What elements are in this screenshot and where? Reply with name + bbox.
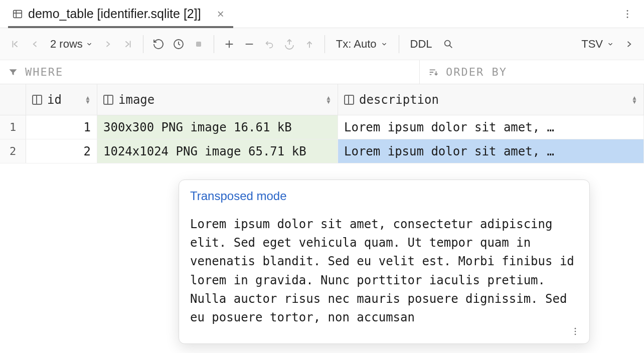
editor-tab[interactable]: demo_table [identifier.sqlite [2]] × xyxy=(8,0,233,28)
row-count-label: 2 rows xyxy=(50,38,83,51)
orderby-clause-input[interactable]: ORDER BY xyxy=(419,60,644,84)
orderby-label: ORDER BY xyxy=(446,66,507,78)
prev-page-button[interactable] xyxy=(26,35,44,53)
tx-mode-label: Tx: Auto xyxy=(336,38,377,51)
next-page-button[interactable] xyxy=(99,35,117,53)
first-page-button[interactable] xyxy=(6,35,24,53)
grid-corner[interactable] xyxy=(0,84,26,115)
close-icon[interactable]: × xyxy=(217,7,224,21)
row-count-dropdown[interactable]: 2 rows xyxy=(46,35,97,53)
cell-id[interactable]: 2 xyxy=(26,139,97,163)
add-row-button[interactable] xyxy=(220,35,238,53)
commit-button[interactable] xyxy=(300,35,318,53)
cell-image[interactable]: 1024x1024 PNG image 65.71 kB xyxy=(97,139,338,163)
cell-description[interactable]: Lorem ipsum dolor sit amet, … xyxy=(338,115,644,139)
more-icon[interactable] xyxy=(570,326,580,336)
svg-rect-5 xyxy=(196,42,201,47)
svg-point-2 xyxy=(627,13,628,15)
search-button[interactable] xyxy=(439,35,457,53)
chevron-down-icon xyxy=(381,41,388,48)
filter-bar: WHERE ORDER BY xyxy=(0,60,644,84)
svg-point-6 xyxy=(444,40,450,46)
popup-body-text: Lorem ipsum dolor sit amet, consectetur … xyxy=(190,215,578,327)
last-page-button[interactable] xyxy=(119,35,137,53)
more-icon[interactable] xyxy=(622,9,633,20)
reload-button[interactable] xyxy=(149,35,168,53)
editor-tabbar: demo_table [identifier.sqlite [2]] × xyxy=(0,0,644,28)
ddl-label: DDL xyxy=(410,38,432,51)
tx-mode-dropdown[interactable]: Tx: Auto xyxy=(331,35,393,53)
tab-title: demo_table [identifier.sqlite [2]] xyxy=(28,7,201,21)
stop-button[interactable] xyxy=(190,35,208,53)
table-row: 1 1 300x300 PNG image 16.61 kB Lorem ips… xyxy=(0,115,644,139)
transposed-mode-link[interactable]: Transposed mode xyxy=(190,189,578,203)
table-icon xyxy=(12,9,23,20)
sort-indicator-icon: ▲▼ xyxy=(326,96,332,104)
expand-button[interactable] xyxy=(620,35,638,53)
column-icon xyxy=(344,95,354,105)
column-label: description xyxy=(359,93,439,107)
row-number[interactable]: 1 xyxy=(0,115,26,139)
cell-description[interactable]: Lorem ipsum dolor sit amet, … xyxy=(338,139,644,163)
sort-indicator-icon: ▲▼ xyxy=(85,96,91,104)
column-icon xyxy=(32,95,42,105)
filter-icon xyxy=(8,67,18,77)
export-format-label: TSV xyxy=(581,38,603,51)
svg-point-7 xyxy=(575,328,576,329)
svg-point-8 xyxy=(575,331,576,332)
table-row: 2 2 1024x1024 PNG image 65.71 kB Lorem i… xyxy=(0,139,644,163)
sort-indicator-icon: ▲▼ xyxy=(631,96,637,104)
where-label: WHERE xyxy=(25,66,63,78)
column-label: id xyxy=(47,93,62,107)
ddl-button[interactable]: DDL xyxy=(405,35,437,53)
column-header-description[interactable]: description ▲▼ xyxy=(338,84,644,115)
grid-header: id ▲▼ image ▲▼ description ▲▼ xyxy=(0,84,644,115)
column-label: image xyxy=(118,93,154,107)
column-header-image[interactable]: image ▲▼ xyxy=(97,84,338,115)
row-number[interactable]: 2 xyxy=(0,139,26,163)
sort-icon xyxy=(428,67,439,78)
svg-point-9 xyxy=(575,334,576,335)
submit-button[interactable] xyxy=(280,35,298,53)
column-icon xyxy=(103,95,113,105)
export-format-dropdown[interactable]: TSV xyxy=(576,35,619,53)
data-toolbar: 2 rows Tx: Auto DDL TSV xyxy=(0,28,644,60)
svg-point-1 xyxy=(627,10,628,12)
svg-point-3 xyxy=(627,16,628,18)
chevron-down-icon xyxy=(86,41,93,48)
cell-preview-popup: Transposed mode Lorem ipsum dolor sit am… xyxy=(179,180,590,344)
cell-id[interactable]: 1 xyxy=(26,115,97,139)
auto-refresh-button[interactable] xyxy=(170,35,188,53)
revert-button[interactable] xyxy=(260,35,278,53)
chevron-down-icon xyxy=(607,41,614,48)
where-clause-input[interactable]: WHERE xyxy=(0,60,419,84)
delete-row-button[interactable] xyxy=(240,35,258,53)
cell-image[interactable]: 300x300 PNG image 16.61 kB xyxy=(97,115,338,139)
svg-rect-0 xyxy=(14,10,22,18)
column-header-id[interactable]: id ▲▼ xyxy=(26,84,97,115)
